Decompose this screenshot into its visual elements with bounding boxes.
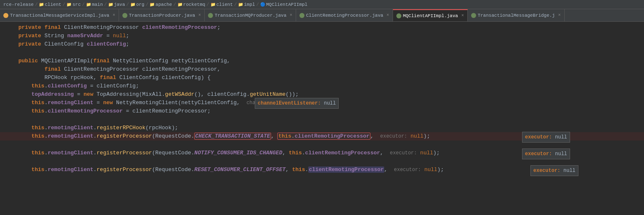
- code-line: RPCHook rpcHook, final ClientConfig clie…: [0, 74, 644, 82]
- tab-label: TransactionalMessageBridge.j: [478, 13, 555, 18]
- code-line: private String nameSrvAddr = null;: [0, 32, 644, 40]
- code-line: public MQClientAPIImpl(final NettyClient…: [0, 57, 644, 65]
- tab-label: TransactionProducer.java: [129, 13, 195, 18]
- tab-close-button[interactable]: ×: [113, 13, 115, 18]
- tab-transactional-message-service-impl[interactable]: TransactionalMessageServiceImpl.java ×: [0, 9, 119, 21]
- code-line: this.remotingClient.registerProcessor(Re…: [0, 166, 644, 174]
- breadcrumb-part: client: [216, 2, 233, 7]
- tab-label: TransactionMQProducer.java: [215, 13, 287, 18]
- code-line: [0, 157, 644, 166]
- tab-close-button[interactable]: ×: [290, 13, 292, 18]
- tab-transaction-producer[interactable]: TransactionProducer.java ×: [119, 9, 205, 21]
- tab-label: TransactionalMessageServiceImpl.java: [10, 13, 109, 18]
- tab-close-button[interactable]: ×: [558, 13, 561, 18]
- code-line-highlighted: this.remotingClient.registerProcessor(Re…: [0, 132, 644, 141]
- tab-icon: [299, 13, 304, 18]
- code-line: [0, 49, 644, 57]
- code-line: final ClientRemotingProcessor clientRemo…: [0, 65, 644, 74]
- tab-label: ClientRemotingProcessor.java: [306, 13, 383, 18]
- breadcrumb-part: impl: [244, 2, 255, 7]
- breadcrumb-part: java: [114, 2, 125, 7]
- breadcrumb-part: main: [92, 2, 103, 7]
- tab-client-remoting-processor[interactable]: ClientRemotingProcessor.java ×: [296, 9, 393, 21]
- tab-transaction-mq-producer[interactable]: TransactionMQProducer.java ×: [205, 9, 296, 21]
- breadcrumb-part: rce-release: [3, 2, 34, 7]
- tab-mq-client-api-impl[interactable]: MQClientAPIImpl.java ×: [393, 9, 468, 21]
- breadcrumb-part: MQClientAPIImpl: [266, 2, 307, 7]
- tab-icon: [208, 13, 213, 18]
- breadcrumb-part: org: [136, 2, 145, 7]
- tab-icon: [396, 13, 401, 18]
- code-line: this.remotingClient.registerRPCHook(rpcH…: [0, 124, 644, 132]
- tab-bar: TransactionalMessageServiceImpl.java × T…: [0, 9, 644, 22]
- code-line: [0, 141, 644, 149]
- tab-icon: [471, 13, 476, 18]
- tab-icon: [122, 13, 127, 18]
- code-line: this.remotingClient.registerProcessor(Re…: [0, 149, 644, 157]
- breadcrumb: rce-release / 📁 client / 📁 src / 📁 main …: [0, 0, 644, 9]
- breadcrumb-part: src: [72, 2, 81, 7]
- breadcrumb-part: rocketmq: [183, 2, 205, 7]
- code-line: this.clientConfig = clientConfig;: [0, 82, 644, 90]
- code-line: [0, 115, 644, 124]
- tab-close-button[interactable]: ×: [387, 13, 389, 18]
- code-line: private ClientConfig clientConfig;: [0, 40, 644, 49]
- code-line: this.clientRemotingProcessor = clientRem…: [0, 107, 644, 115]
- code-line: topAddressing = new TopAddressing(MixAll…: [0, 90, 644, 99]
- tab-icon: [3, 13, 8, 18]
- breadcrumb-part: client: [45, 2, 61, 7]
- breadcrumb-part: apache: [155, 2, 172, 7]
- tab-close-button[interactable]: ×: [198, 13, 201, 18]
- tab-label: MQClientAPIImpl.java: [403, 13, 458, 18]
- code-line: this.remotingClient = new NettyRemotingC…: [0, 99, 644, 107]
- tab-close-button[interactable]: ×: [461, 13, 464, 18]
- code-line: private final ClientRemotingProcessor cl…: [0, 23, 644, 32]
- code-editor[interactable]: private final ClientRemotingProcessor cl…: [0, 22, 644, 215]
- tab-transactional-message-bridge[interactable]: TransactionalMessageBridge.j ×: [468, 9, 565, 21]
